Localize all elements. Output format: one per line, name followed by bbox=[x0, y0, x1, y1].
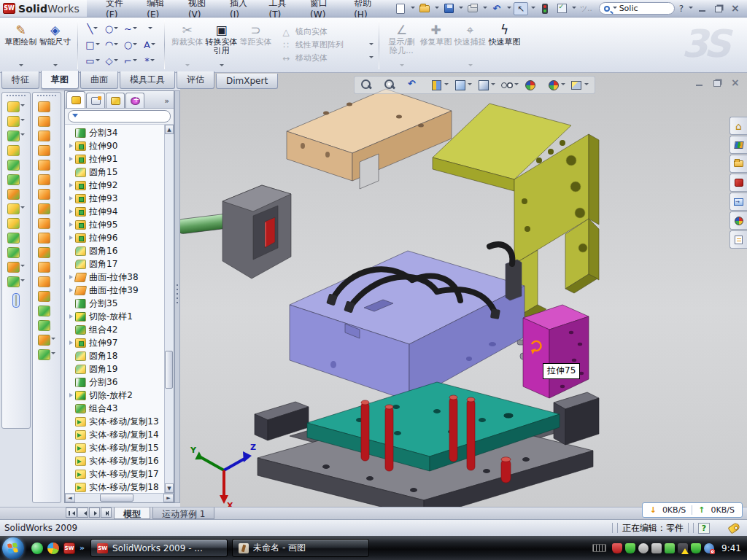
hud-button[interactable] bbox=[454, 79, 472, 91]
tree-filter-box[interactable] bbox=[68, 110, 171, 122]
toolbar-button[interactable] bbox=[38, 145, 55, 156]
expand-arrow-icon[interactable] bbox=[68, 314, 74, 320]
close-button[interactable] bbox=[729, 4, 740, 13]
sketch-entity-button[interactable]: ▭ bbox=[83, 55, 102, 66]
browser-quicklaunch-icon[interactable] bbox=[47, 542, 59, 554]
tree-item[interactable]: 拉伸90 bbox=[68, 139, 164, 152]
tree-item[interactable]: 曲面-拉伸39 bbox=[68, 284, 164, 297]
panel-splitter[interactable] bbox=[174, 90, 180, 503]
toolbar-button[interactable] bbox=[38, 160, 55, 171]
hud-button[interactable] bbox=[570, 79, 589, 91]
expand-arrow-icon[interactable] bbox=[68, 274, 74, 281]
hud-button[interactable] bbox=[524, 79, 542, 91]
next-tab-icon[interactable] bbox=[89, 508, 100, 518]
model-canvas[interactable]: Y Z X bbox=[180, 73, 747, 507]
toolbar-button[interactable] bbox=[38, 116, 55, 127]
sketch-entity-button[interactable]: ◇ bbox=[102, 55, 121, 66]
tree-item[interactable]: 实体-移动/复制13 bbox=[68, 415, 164, 428]
sketch-entity-button[interactable]: □ bbox=[83, 39, 102, 50]
ribbon-row-button[interactable]: ↔ 移动实体 bbox=[280, 52, 374, 63]
search-box[interactable]: Solic bbox=[599, 2, 675, 15]
messenger-quicklaunch-icon[interactable] bbox=[31, 542, 43, 554]
command-tab[interactable]: 特征 bbox=[1, 71, 39, 89]
last-tab-icon[interactable] bbox=[101, 508, 112, 518]
doc-restore-button[interactable] bbox=[712, 79, 722, 88]
print-button[interactable] bbox=[465, 2, 480, 15]
help-button[interactable]: ? bbox=[677, 4, 686, 14]
tree-item[interactable]: 曲面-拉伸38 bbox=[68, 271, 164, 284]
tree-item[interactable]: 圆角18 bbox=[68, 349, 164, 362]
doc-close-button[interactable] bbox=[729, 79, 740, 88]
toolbar-button[interactable] bbox=[38, 335, 55, 346]
hud-button[interactable] bbox=[384, 79, 402, 91]
ribbon-big-button[interactable]: ∠ 显示/删除几... bbox=[384, 20, 419, 70]
ribbon-big-button[interactable]: ✚ 修复草图 bbox=[419, 20, 453, 70]
toolbar-button[interactable] bbox=[7, 160, 25, 171]
appearances-scenes-icon[interactable] bbox=[729, 211, 747, 230]
entity-caret[interactable] bbox=[114, 43, 118, 47]
entity-caret[interactable] bbox=[96, 59, 100, 63]
select-tool-button[interactable]: ↖ bbox=[514, 2, 528, 15]
sketch-entity-button[interactable]: ○ bbox=[102, 23, 121, 34]
toolbar-button[interactable] bbox=[7, 131, 25, 141]
hud-button[interactable] bbox=[477, 79, 495, 91]
tree-item[interactable]: 拉伸96 bbox=[68, 231, 164, 244]
tray-icon[interactable] bbox=[665, 543, 675, 553]
search-scope-caret[interactable] bbox=[613, 7, 617, 11]
tree-item[interactable]: 拉伸91 bbox=[68, 152, 164, 166]
tree-item[interactable]: 切除-放样2 bbox=[68, 389, 164, 402]
select-caret[interactable] bbox=[531, 7, 535, 11]
command-tab[interactable]: 曲面 bbox=[80, 71, 118, 89]
quick-tips-icon[interactable]: ? bbox=[698, 523, 710, 534]
toolbar-button[interactable] bbox=[7, 189, 25, 200]
file-explorer-icon[interactable] bbox=[729, 155, 747, 173]
entity-caret[interactable] bbox=[133, 59, 137, 63]
command-tab[interactable]: 模具工具 bbox=[120, 71, 175, 89]
save-caret[interactable] bbox=[459, 7, 463, 11]
ribbon-big-button[interactable]: ✎ 草图绘制 bbox=[4, 20, 38, 70]
expand-arrow-icon[interactable] bbox=[68, 209, 74, 215]
toolbar-button[interactable] bbox=[7, 101, 25, 112]
tree-item[interactable]: 分割35 bbox=[68, 297, 164, 310]
toolbar-button[interactable] bbox=[38, 349, 55, 360]
custom-properties-icon[interactable] bbox=[729, 230, 747, 249]
featuremanager-tab[interactable] bbox=[66, 91, 85, 108]
restore-button[interactable] bbox=[713, 4, 724, 13]
taskbar-task-button[interactable]: SW SolidWorks 2009 - ... bbox=[90, 539, 228, 557]
tray-icon[interactable] bbox=[638, 543, 649, 553]
toolbar-button[interactable] bbox=[7, 218, 25, 229]
tree-item[interactable]: 实体-移动/复制16 bbox=[68, 454, 164, 467]
save-button[interactable] bbox=[441, 2, 456, 15]
quicklaunch-overflow-chevron[interactable]: » bbox=[80, 543, 85, 553]
entity-caret[interactable] bbox=[114, 59, 118, 63]
tree-item[interactable]: 实体-移动/复制15 bbox=[68, 441, 164, 454]
graphics-area[interactable]: Y Z X bbox=[180, 73, 747, 507]
command-tab[interactable]: 草图 bbox=[41, 71, 79, 89]
toolbar-button[interactable] bbox=[7, 262, 25, 273]
toolbar-drag-handle[interactable] bbox=[7, 95, 26, 96]
previous-tab-icon[interactable] bbox=[77, 508, 88, 518]
tray-icon[interactable] bbox=[704, 543, 714, 553]
view-palette-icon[interactable] bbox=[729, 192, 747, 211]
tray-icon[interactable] bbox=[678, 543, 688, 553]
command-tab[interactable]: 评估 bbox=[177, 71, 214, 89]
part-magenta-block[interactable] bbox=[523, 305, 589, 398]
sketch-entity-button[interactable] bbox=[140, 27, 159, 31]
scroll-up-icon[interactable]: ▲ bbox=[165, 125, 174, 134]
hud-button[interactable] bbox=[500, 79, 519, 91]
scroll-right-icon[interactable]: ► bbox=[163, 494, 174, 502]
solidworks-resources-icon[interactable]: ⌂ bbox=[729, 117, 747, 135]
options-button[interactable] bbox=[554, 2, 569, 15]
toolbar-button[interactable] bbox=[38, 262, 55, 273]
tree-item[interactable]: 圆角15 bbox=[68, 166, 164, 179]
tree-item[interactable]: 拉伸93 bbox=[68, 192, 164, 205]
scroll-left-icon[interactable]: ◄ bbox=[65, 494, 75, 502]
toolbar-button[interactable] bbox=[38, 131, 55, 141]
configurationmanager-tab[interactable] bbox=[106, 93, 125, 108]
toolbar-button[interactable] bbox=[7, 116, 25, 127]
help-caret[interactable] bbox=[689, 7, 693, 11]
toolbar-drag-handle[interactable] bbox=[37, 95, 56, 96]
entity-caret[interactable] bbox=[150, 59, 155, 63]
toolbar-button[interactable] bbox=[38, 306, 55, 316]
entity-caret[interactable] bbox=[93, 27, 98, 31]
